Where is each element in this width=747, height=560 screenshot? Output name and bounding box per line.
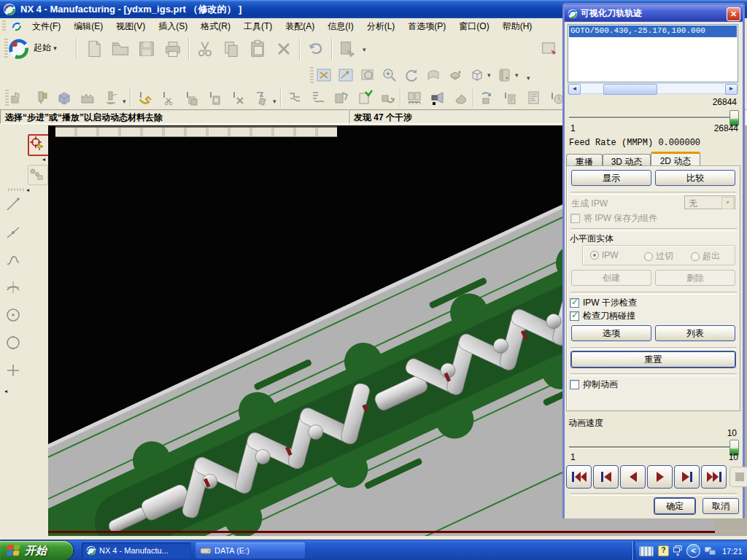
compare-button[interactable]: 比较 [655, 170, 735, 186]
print-button[interactable] [162, 38, 185, 61]
list-button[interactable]: 列表 [655, 325, 735, 341]
selection-tearoff-icon[interactable]: ◂ [42, 156, 45, 163]
cut-operation-button[interactable] [159, 89, 178, 108]
language-bar-collapse-button[interactable]: < [686, 544, 700, 558]
holder-collision-checkbox-row[interactable]: ✓ 检查刀柄碰撞 [570, 310, 635, 322]
step-back-to-start-button[interactable] [593, 465, 619, 489]
postprocess-button[interactable] [406, 89, 425, 108]
radio-excess-row[interactable]: 超出 [691, 250, 720, 262]
fit-view-button[interactable] [315, 66, 334, 85]
operation-navigator-button[interactable] [525, 89, 544, 108]
list-toolpath-button[interactable] [356, 89, 375, 108]
open-file-button[interactable] [109, 38, 133, 61]
rotate-view-button[interactable] [403, 66, 422, 85]
toolpath-list-selected-row[interactable]: GOTO/500.430,-25.176,100.000 [569, 26, 737, 37]
wireframe-caret-icon[interactable]: ▾ [487, 71, 491, 79]
transform-operation-button[interactable] [252, 89, 271, 108]
selection-filter-button[interactable] [28, 134, 50, 156]
new-file-button[interactable] [83, 38, 107, 61]
arc-tool-button[interactable] [4, 279, 23, 298]
help-tray-icon[interactable]: ? [658, 545, 669, 556]
toolbar3-caret-2-icon[interactable]: ▾ [273, 98, 276, 105]
toolbar1-more-caret-icon[interactable]: ▾ [363, 46, 366, 53]
keyboard-tray-icon[interactable] [639, 546, 654, 556]
restore-tray-widget[interactable]: ▾ [673, 545, 682, 556]
step-forward-to-end-button[interactable] [674, 465, 700, 489]
menu-file[interactable]: 文件(F) [26, 18, 67, 35]
taskbar-clock[interactable]: 17:21 [722, 547, 743, 556]
replay-toolpath-button[interactable] [309, 89, 328, 108]
stop-button[interactable] [729, 467, 747, 487]
menu-format[interactable]: 格式(R) [194, 18, 237, 35]
radio-overcut-row[interactable]: 过切 [644, 250, 673, 262]
toolpath-listbox[interactable]: GOTO/500.430,-25.176,100.000 [568, 24, 738, 82]
dialog-close-button[interactable]: ✕ [727, 7, 740, 21]
pan-view-button[interactable] [425, 66, 444, 85]
paste-operation-button[interactable] [206, 89, 225, 108]
snap-point-button[interactable] [28, 165, 48, 185]
speed-slider-track[interactable] [569, 446, 738, 448]
line-point-tool-button[interactable] [4, 223, 23, 242]
ok-button[interactable]: 确定 [654, 498, 695, 514]
create-tool-button[interactable] [32, 89, 51, 108]
snapshot-button[interactable] [538, 38, 562, 61]
delete-button[interactable] [273, 38, 296, 61]
menu-help[interactable]: 帮助(H) [496, 18, 539, 35]
toolbar1-grip[interactable] [4, 39, 8, 59]
output-clsf-button[interactable] [502, 89, 521, 108]
zoom-in-out-button[interactable] [381, 66, 400, 85]
shaded-caret-icon[interactable]: ▾ [515, 71, 519, 79]
show-button[interactable]: 显示 [571, 170, 651, 186]
seek-start-button[interactable] [566, 465, 592, 489]
curve-toolbar-grip[interactable] [8, 188, 24, 191]
cut-button[interactable] [194, 38, 217, 61]
circle-center-tool-button[interactable] [4, 306, 23, 325]
radio-ipw-row[interactable]: IPW [590, 250, 619, 260]
machine-tool-button[interactable] [379, 89, 398, 108]
cancel-button[interactable]: 取消 [703, 498, 739, 514]
menubar-grip[interactable] [2, 20, 6, 31]
zoom-window-button[interactable] [337, 66, 356, 85]
point-tool-button[interactable] [4, 362, 23, 381]
options-button[interactable]: 选项 [571, 325, 651, 341]
play-forward-button[interactable] [647, 465, 673, 489]
delete-button[interactable]: 删除 [655, 270, 735, 286]
shaded-display-button[interactable] [496, 66, 515, 85]
copy-button[interactable] [220, 38, 244, 61]
menu-view[interactable]: 视图(V) [109, 18, 152, 35]
menu-information[interactable]: 信息(I) [321, 18, 360, 35]
spline-tool-button[interactable] [4, 251, 23, 270]
shop-documentation-button[interactable] [429, 89, 448, 108]
start-menu-button[interactable]: 起始 ▾ [34, 42, 57, 54]
save-ipw-checkbox-row[interactable]: 将 IPW 保存为组件 [570, 212, 657, 225]
create-geometry-button[interactable] [55, 89, 74, 108]
scroll-left-button[interactable]: ◄ [568, 84, 581, 95]
play-backward-button[interactable] [620, 465, 646, 489]
start-button[interactable]: 开始 [0, 541, 73, 560]
line-tool-button[interactable] [4, 195, 23, 214]
menu-edit[interactable]: 编辑(E) [67, 18, 109, 35]
reset-button[interactable]: 重置 [571, 351, 735, 368]
menu-analysis[interactable]: 分析(L) [360, 18, 402, 35]
create-program-button[interactable] [9, 89, 28, 108]
create-button[interactable]: 创建 [571, 270, 651, 286]
suppress-animation-checkbox-row[interactable]: 抑制动画 [570, 378, 618, 391]
menu-assemblies[interactable]: 装配(A) [279, 18, 321, 35]
paste-button[interactable] [247, 38, 270, 61]
create-method-button[interactable] [79, 89, 98, 108]
menu-insert[interactable]: 插入(S) [152, 18, 194, 35]
seek-end-button[interactable] [701, 465, 727, 489]
listbox-horizontal-scrollbar[interactable]: ◄ ► [568, 83, 738, 94]
dialog-titlebar[interactable]: 可视化刀轨轨迹 ✕ [565, 5, 743, 22]
copy-operation-button[interactable] [182, 89, 201, 108]
menu-tools[interactable]: 工具(T) [237, 18, 279, 35]
simulate-machine-button[interactable] [452, 89, 471, 108]
menu-preferences[interactable]: 首选项(P) [401, 18, 452, 35]
toolbar2-grip[interactable] [310, 67, 314, 83]
perspective-button[interactable] [446, 66, 465, 85]
undo-button[interactable] [305, 38, 328, 61]
taskbar-item-data-drive[interactable]: DATA (E:) [196, 542, 305, 559]
delete-operation-button[interactable] [229, 89, 248, 108]
circle-tool-button[interactable] [4, 334, 23, 353]
wireframe-display-button[interactable] [468, 66, 487, 85]
